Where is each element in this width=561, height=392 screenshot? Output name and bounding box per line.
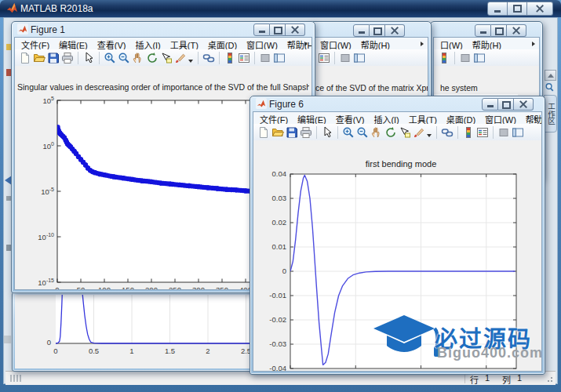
minimize-button[interactable]: [253, 24, 270, 36]
print-icon[interactable]: [300, 126, 312, 139]
open-folder-icon[interactable]: [271, 126, 284, 139]
menu-item[interactable]: 桌面(D): [443, 112, 479, 125]
zoom-in-icon[interactable]: [342, 126, 355, 139]
tick-label: 0.01: [260, 242, 286, 251]
close-button[interactable]: [385, 24, 405, 37]
zoom-out-icon[interactable]: [118, 52, 130, 64]
menu-overflow-icon[interactable]: [304, 42, 308, 46]
minimize-button[interactable]: [487, 2, 508, 16]
rotate-3d-icon[interactable]: [384, 126, 397, 139]
window-titlebar[interactable]: Figure 6: [250, 96, 545, 111]
search-icon[interactable]: [545, 82, 555, 93]
close-button[interactable]: [286, 24, 305, 36]
maximize-button[interactable]: [498, 98, 514, 111]
menu-item[interactable]: 窗口(W): [317, 38, 355, 50]
menu-bar: 窗口(W)帮助(H): [314, 38, 428, 50]
menu-item[interactable]: 文件(F): [18, 38, 53, 50]
menu-item[interactable]: 编辑(E): [294, 112, 330, 125]
menu-item[interactable]: 插入(I): [132, 38, 163, 50]
window-controls: [353, 24, 405, 37]
window-titlebar[interactable]: Figure 1: [12, 22, 315, 36]
show-plot-tools-icon[interactable]: [353, 52, 366, 64]
insert-legend-icon[interactable]: [318, 52, 330, 64]
menu-overflow-icon[interactable]: [421, 42, 424, 46]
pan-hand-icon[interactable]: [132, 52, 144, 64]
menu-item[interactable]: 工具(T): [167, 38, 202, 50]
save-icon[interactable]: [286, 126, 298, 139]
maximize-button[interactable]: [508, 2, 527, 16]
menu-item[interactable]: 查看(V): [333, 112, 368, 125]
menu-item[interactable]: 帮助(H): [523, 112, 541, 125]
insert-colorbar-icon[interactable]: [224, 52, 236, 64]
window-controls: [475, 24, 526, 37]
menu-item[interactable]: 窗口(W): [243, 38, 281, 50]
scroll-up-icon[interactable]: [545, 70, 556, 81]
insert-legend-icon[interactable]: [238, 52, 250, 64]
maximize-button[interactable]: [491, 24, 507, 37]
hide-plot-tools-icon[interactable]: [339, 52, 352, 64]
window-titlebar[interactable]: [311, 22, 431, 36]
data-cursor-icon[interactable]: [399, 126, 411, 139]
menu-overflow-icon[interactable]: [532, 42, 535, 46]
dropdown-caret-icon[interactable]: [427, 134, 432, 137]
tick-label: 0: [55, 285, 59, 290]
cursor-arrow-icon[interactable]: [321, 126, 333, 139]
tick-label: -0.02: [260, 315, 286, 324]
resize-grip[interactable]: [547, 376, 553, 383]
data-cursor-icon[interactable]: [160, 52, 173, 64]
link-plots-icon[interactable]: [202, 52, 215, 64]
main-titlebar[interactable]: MATLAB R2018a: [0, 0, 561, 17]
maximize-button[interactable]: [270, 24, 286, 36]
minimize-button[interactable]: [475, 24, 491, 37]
menu-bar: 文件(F)编辑(E)查看(V)插入(I)工具(T)桌面(D)窗口(W)帮助(H): [15, 38, 311, 50]
show-plot-tools-icon[interactable]: [473, 52, 486, 64]
close-button[interactable]: [514, 98, 534, 111]
open-folder-icon[interactable]: [33, 52, 46, 64]
menu-item[interactable]: 编辑(E): [56, 38, 91, 50]
insert-colorbar-icon[interactable]: [438, 52, 450, 64]
menu-item[interactable]: 工具(T): [406, 112, 440, 125]
new-document-icon[interactable]: [19, 52, 31, 64]
menu-item[interactable]: 窗口(W): [482, 112, 519, 125]
zoom-in-icon[interactable]: [104, 52, 116, 64]
maximize-button[interactable]: [370, 24, 385, 37]
menu-overflow-icon[interactable]: [534, 116, 537, 121]
minimize-button[interactable]: [482, 98, 498, 111]
show-plot-tools-icon[interactable]: [512, 126, 524, 139]
menu-item[interactable]: 帮助(H): [469, 38, 505, 50]
tick-label: 0: [53, 347, 57, 355]
menu-item[interactable]: 帮助(H): [358, 38, 393, 50]
menu-item[interactable]: 插入(I): [370, 112, 402, 125]
menu-item[interactable]: 桌面(D): [205, 38, 240, 50]
rotate-3d-icon[interactable]: [146, 52, 158, 64]
pan-hand-icon[interactable]: [370, 126, 383, 139]
new-document-icon[interactable]: [257, 126, 270, 139]
window-titlebar[interactable]: [431, 22, 542, 36]
close-button[interactable]: [527, 2, 553, 16]
brush-icon[interactable]: [174, 52, 187, 64]
zoom-out-icon[interactable]: [356, 126, 369, 139]
menu-item[interactable]: 文件(F): [257, 112, 291, 125]
brush-icon[interactable]: [413, 126, 425, 139]
cursor-arrow-icon[interactable]: [82, 52, 95, 64]
dropdown-caret-icon[interactable]: [188, 60, 193, 63]
hide-plot-tools-icon[interactable]: [497, 126, 510, 139]
toolbar-grip-icon[interactable]: [10, 375, 21, 382]
main-window-controls: [487, 2, 553, 16]
workspace-dock-tab[interactable]: 工作区: [544, 95, 557, 132]
tick-label: 0.04: [260, 169, 286, 178]
menu-item[interactable]: 查看(V): [94, 38, 129, 50]
minimize-button[interactable]: [353, 24, 370, 37]
window-controls: [482, 98, 534, 111]
close-button[interactable]: [507, 24, 526, 37]
hide-plot-tools-icon[interactable]: [459, 52, 472, 64]
link-plots-icon[interactable]: [441, 126, 454, 139]
hide-plot-tools-icon[interactable]: [259, 52, 271, 64]
insert-colorbar-icon[interactable]: [462, 126, 475, 139]
menu-item[interactable]: 口(W): [437, 38, 466, 50]
print-icon[interactable]: [61, 52, 74, 64]
save-icon[interactable]: [47, 52, 60, 64]
main-window-title: MATLAB R2018a: [20, 3, 93, 14]
show-plot-tools-icon[interactable]: [273, 52, 286, 64]
insert-legend-icon[interactable]: [476, 126, 489, 139]
